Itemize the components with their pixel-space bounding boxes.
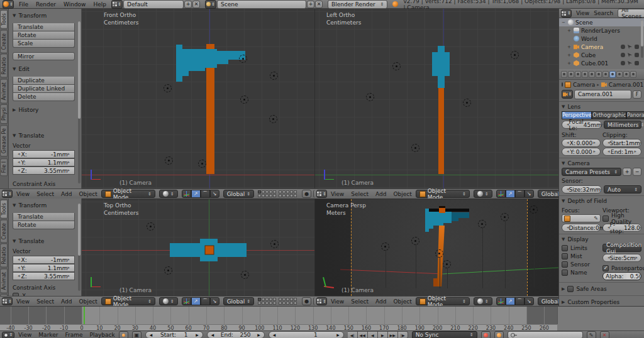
layer-cell[interactable] xyxy=(262,190,265,194)
empty-object[interactable] xyxy=(411,144,419,152)
layer-cell[interactable] xyxy=(279,298,282,301)
viewport-left-canvas[interactable]: Left OrthoCentimeters (1) Camera xyxy=(314,9,558,188)
render-engine-select[interactable]: Blender Render⇕ xyxy=(328,0,387,9)
edit-button[interactable]: Delete xyxy=(13,93,75,101)
auto-keyframe-button[interactable] xyxy=(494,331,504,338)
preview-range-button[interactable] xyxy=(119,331,128,338)
record-button[interactable] xyxy=(481,331,491,338)
viewport-menu-item[interactable]: Object xyxy=(393,191,411,197)
display-checkbox[interactable] xyxy=(562,270,568,276)
outliner-scrollbar[interactable] xyxy=(641,20,643,58)
breadcrumb-data[interactable]: Camera.001 xyxy=(609,82,643,88)
arrow-left-icon[interactable]: ◂ xyxy=(18,159,20,166)
display-checkbox[interactable] xyxy=(562,261,568,268)
eyedropper-icon[interactable]: ✎ xyxy=(594,215,598,221)
layout-name-field[interactable]: Default xyxy=(123,0,184,9)
selectability-icon[interactable] xyxy=(628,53,632,57)
high-quality-checkbox[interactable] xyxy=(602,215,609,222)
panel-lens[interactable]: ▼Lens xyxy=(562,104,641,110)
pin-icon[interactable] xyxy=(562,82,563,87)
panel-translate-operator[interactable]: ▼Translate xyxy=(13,133,75,139)
panel-safe-areas[interactable]: ▶Safe Areas xyxy=(562,285,641,293)
panel-transform[interactable]: ▼Transform xyxy=(13,202,75,209)
arrow-left-icon[interactable]: ◂ xyxy=(18,273,20,280)
vector-field[interactable]: ◂Y:1.1mm▸ xyxy=(13,158,75,166)
empty-object[interactable] xyxy=(240,95,248,104)
tool-shelf-tab[interactable]: Grease Pe xyxy=(0,125,8,156)
display-size-field[interactable]: ◂Size:5cm▸ xyxy=(602,254,641,262)
layer-cell[interactable] xyxy=(290,302,293,305)
timeline-menu-item[interactable]: View xyxy=(18,332,31,338)
playback-button[interactable]: ▶▶ xyxy=(388,331,398,338)
viewport-menu-item[interactable]: Add xyxy=(61,191,72,197)
info-menu-item[interactable]: Help xyxy=(93,1,106,8)
empty-object[interactable] xyxy=(270,240,279,248)
breadcrumb-object[interactable]: Camera xyxy=(573,82,595,88)
viewport-menu-item[interactable]: Add xyxy=(375,191,386,197)
viewport-top-canvas[interactable]: Top OrthoCentimeters (1) Camera xyxy=(82,199,314,296)
playback-button[interactable]: |▶ xyxy=(398,331,408,338)
layer-cell[interactable] xyxy=(269,190,272,194)
keying-set-field[interactable] xyxy=(508,331,583,338)
transform-orientation-select[interactable]: Global⇕ xyxy=(223,297,255,305)
lens-type-tab[interactable]: Panoramic xyxy=(626,111,644,119)
layer-cell[interactable] xyxy=(269,194,272,197)
layer-cell[interactable] xyxy=(279,302,282,305)
fake-user-button[interactable]: F xyxy=(633,90,641,99)
layer-cell[interactable] xyxy=(262,194,265,197)
arrow-right-icon[interactable]: ▸ xyxy=(67,159,70,166)
timeline-menu-item[interactable]: Marker xyxy=(38,332,58,338)
info-menu-item[interactable]: File xyxy=(19,1,28,8)
datablock-name[interactable]: Cube.001 xyxy=(581,60,608,67)
empty-object[interactable] xyxy=(443,260,451,268)
layer-cell[interactable] xyxy=(290,298,293,301)
transform-button[interactable]: Rotate xyxy=(13,31,75,40)
layer-cell[interactable] xyxy=(279,190,282,194)
empty-object[interactable] xyxy=(269,115,277,123)
arrow-right-icon[interactable]: ▸ xyxy=(67,151,70,158)
layer-cell[interactable] xyxy=(294,298,297,301)
rotate-manipulator-button[interactable]: ⌒ xyxy=(515,297,525,305)
shelf-scrollbar[interactable] xyxy=(78,204,80,291)
layer-group[interactable] xyxy=(258,190,276,197)
layer-cell[interactable] xyxy=(262,302,265,305)
edit-button[interactable]: Duplicate Linked xyxy=(13,85,75,93)
layer-cell[interactable] xyxy=(273,194,276,197)
empty-object[interactable] xyxy=(435,249,443,258)
expand-icon[interactable]: + xyxy=(567,61,572,66)
lock-icon[interactable]: ● xyxy=(302,297,311,305)
pivot-center-button[interactable] xyxy=(496,297,506,305)
arrow-left-icon[interactable]: ◂ xyxy=(150,332,153,338)
editor-type-button[interactable]: ⇕ xyxy=(2,190,13,198)
outliner-row[interactable]: + Cube xyxy=(559,51,644,59)
panel-transform[interactable]: ▼Transform xyxy=(13,13,75,19)
layer-cell[interactable] xyxy=(273,298,276,301)
focal-length-field[interactable]: ◂Focal Le:45mm▸ xyxy=(562,121,602,129)
passepartout-checkbox[interactable]: ✓ xyxy=(602,265,609,271)
viewport-shading-select[interactable]: ⇕ xyxy=(474,297,492,305)
sensor-fit-select[interactable]: Auto⇕ xyxy=(604,185,641,194)
properties-tab-icon[interactable] xyxy=(630,71,636,78)
empty-object[interactable] xyxy=(239,55,247,63)
layer-cell[interactable] xyxy=(294,190,297,194)
outliner-row[interactable]: World xyxy=(559,35,644,43)
arrow-right-icon[interactable]: ▸ xyxy=(67,256,70,263)
vector-field[interactable]: ◂Y:1.1mm▸ xyxy=(13,264,75,272)
visibility-icon[interactable] xyxy=(621,53,625,57)
tool-shelf-tab[interactable]: Animat xyxy=(0,79,8,104)
layer-cell[interactable] xyxy=(269,298,272,301)
properties-tab-icon[interactable] xyxy=(589,71,595,78)
layer-cell[interactable] xyxy=(262,298,265,301)
viewport-menu-item[interactable]: Add xyxy=(61,298,72,305)
composition-guides-select[interactable]: Composition Gui⇕ xyxy=(602,244,641,252)
vector-field[interactable]: ◂Z:3.55mm▸ xyxy=(13,272,75,280)
timeline-menu-item[interactable]: Frame xyxy=(65,332,82,338)
fstop-field[interactable]: ◂F-stop:128.0▸ xyxy=(602,224,641,232)
empty-object[interactable] xyxy=(270,72,278,80)
mode-select[interactable]: Object Mode⇕ xyxy=(101,297,155,305)
outliner-row[interactable]: − Scene xyxy=(559,18,644,26)
mirror-button[interactable]: Mirror xyxy=(13,52,75,60)
panel-history[interactable]: ▶History xyxy=(13,107,75,113)
clip-start-field[interactable]: ◂Start:1mm▸ xyxy=(602,139,641,147)
delete-scene-button[interactable]: ✕ xyxy=(315,1,323,8)
